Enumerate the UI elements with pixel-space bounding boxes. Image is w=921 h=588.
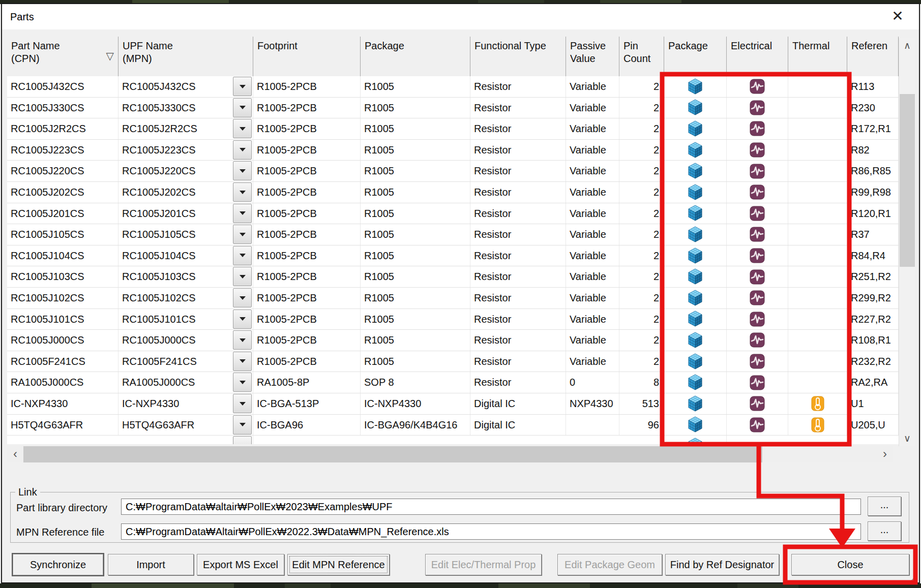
import-button[interactable]: Import bbox=[108, 554, 194, 575]
mpn-dropdown-button[interactable] bbox=[233, 394, 252, 413]
mpn-dropdown-button[interactable] bbox=[233, 77, 252, 96]
table-row[interactable]: RC1005J101CSRC1005J101CSR1005-2PCBR1005R… bbox=[7, 309, 899, 330]
vertical-scroll-thumb[interactable] bbox=[900, 94, 915, 267]
cell-passive_value: Variable bbox=[566, 182, 619, 203]
browse-part-library-button[interactable]: ... bbox=[868, 497, 901, 516]
table-row[interactable]: IC-NXP4330IC-NXP4330IC-BGA-513PIC-NXP433… bbox=[7, 393, 899, 415]
column-header-passive_value[interactable]: Passive Value bbox=[566, 37, 619, 76]
cell-thermal_icon bbox=[788, 98, 847, 118]
table-row[interactable]: H5TQ4G63AFRH5TQ4G63AFRIC-BGA96IC-BGA96/K… bbox=[7, 415, 899, 436]
cell-mpn: RC1005J201CS bbox=[118, 203, 253, 224]
column-header-package[interactable]: Package bbox=[361, 37, 470, 76]
column-header-functional_type[interactable]: Functional Type bbox=[470, 37, 566, 76]
cell-package: R1005 bbox=[361, 161, 470, 181]
table-row[interactable]: RC1005J104CSRC1005J104CSR1005-2PCBR1005R… bbox=[7, 245, 899, 267]
mpn-dropdown-button[interactable] bbox=[233, 182, 252, 202]
column-header-reference[interactable]: Referen bbox=[847, 37, 899, 76]
table-row-partial[interactable] bbox=[7, 436, 899, 444]
column-header-cpn[interactable]: Part Name (CPN)▽ bbox=[7, 37, 118, 76]
cell-functional_type: Resistor bbox=[470, 372, 566, 393]
cell-package: IC-BGA96/K4B4G16 bbox=[361, 415, 470, 436]
edit-mpn-reference-button[interactable]: Edit MPN Reference bbox=[287, 554, 390, 575]
electrical-icon bbox=[750, 142, 765, 158]
package-icon bbox=[688, 374, 703, 391]
cell-electrical_icon bbox=[727, 140, 788, 161]
scroll-right-icon[interactable]: › bbox=[877, 446, 893, 462]
mpn-dropdown-button[interactable] bbox=[233, 98, 252, 117]
title-bar: Parts ✕ bbox=[2, 4, 919, 29]
cell-electrical_icon bbox=[727, 309, 788, 330]
cell-package_icon bbox=[664, 436, 727, 444]
package-icon bbox=[688, 268, 703, 285]
mpn-dropdown-button[interactable] bbox=[233, 352, 252, 371]
part-library-directory-input[interactable] bbox=[121, 499, 861, 515]
filter-icon[interactable]: ▽ bbox=[106, 50, 114, 63]
table-row[interactable]: RC1005F241CSRC1005F241CSR1005-2PCBR1005R… bbox=[7, 351, 899, 373]
scroll-down-icon[interactable]: ∨ bbox=[899, 431, 915, 446]
chevron-down-icon bbox=[240, 338, 246, 342]
background-app-bottom bbox=[0, 583, 921, 588]
column-header-thermal_icon[interactable]: Thermal bbox=[788, 37, 847, 76]
cell-reference: RA2,RA bbox=[847, 372, 899, 393]
table-row[interactable]: RC1005J202CSRC1005J202CSR1005-2PCBR1005R… bbox=[7, 182, 899, 203]
table-row[interactable]: RA1005J000CSRA1005J000CSRA1005-8PSOP 8Re… bbox=[7, 372, 899, 393]
cell-footprint: R1005-2PCB bbox=[253, 182, 361, 203]
cell-passive_value: Variable bbox=[566, 161, 619, 181]
horizontal-scroll-thumb[interactable] bbox=[23, 446, 762, 462]
column-header-package_icon[interactable]: Package bbox=[664, 37, 727, 76]
cell-electrical_icon bbox=[727, 288, 788, 308]
table-row[interactable]: RC1005J432CSRC1005J432CSR1005-2PCBR1005R… bbox=[7, 76, 899, 98]
cell-pin_count: 2 bbox=[619, 76, 664, 97]
mpn-dropdown-button[interactable] bbox=[233, 225, 252, 244]
table-row[interactable]: RC1005J103CSRC1005J103CSR1005-2PCBR1005R… bbox=[7, 266, 899, 288]
column-header-footprint[interactable]: Footprint bbox=[253, 37, 361, 76]
chevron-down-icon bbox=[240, 359, 246, 363]
mpn-reference-file-input[interactable] bbox=[121, 523, 861, 540]
close-icon[interactable]: ✕ bbox=[886, 4, 909, 29]
mpn-dropdown-button[interactable] bbox=[233, 246, 252, 265]
cell-package_icon bbox=[664, 182, 727, 203]
close-button[interactable]: Close bbox=[791, 554, 909, 575]
column-header-pin_count[interactable]: Pin Count bbox=[619, 37, 664, 76]
table-row[interactable]: RC1005J2R2CSRC1005J2R2CSR1005-2PCBR1005R… bbox=[7, 118, 899, 140]
mpn-dropdown-button[interactable] bbox=[233, 330, 252, 350]
cell-package: R1005 bbox=[361, 98, 470, 118]
table-row[interactable]: RC1005J000CSRC1005J000CSR1005-2PCBR1005R… bbox=[7, 330, 899, 351]
vertical-scrollbar[interactable]: ∧ ∨ bbox=[899, 38, 915, 446]
browse-mpn-reference-button[interactable]: ... bbox=[868, 521, 901, 541]
table-row[interactable]: RC1005J102CSRC1005J102CSR1005-2PCBR1005R… bbox=[7, 288, 899, 309]
column-header-mpn[interactable]: UPF Name (MPN) bbox=[118, 37, 253, 76]
cell-electrical_icon bbox=[727, 98, 788, 118]
cell-thermal_icon bbox=[788, 266, 847, 287]
mpn-dropdown-button[interactable] bbox=[233, 119, 252, 138]
cell-cpn: RC1005J202CS bbox=[7, 182, 118, 203]
synchronize-button[interactable]: Synchronize bbox=[13, 554, 103, 575]
mpn-dropdown-button[interactable] bbox=[233, 288, 252, 307]
table-row[interactable]: RC1005J223CSRC1005J223CSR1005-2PCBR1005R… bbox=[7, 140, 899, 161]
cell-package_icon bbox=[664, 245, 727, 266]
find-by-ref-designator-button[interactable]: Find by Ref Designator bbox=[665, 554, 779, 575]
mpn-dropdown-button[interactable] bbox=[233, 373, 252, 392]
column-header-electrical_icon[interactable]: Electrical bbox=[727, 37, 788, 76]
mpn-dropdown-button[interactable] bbox=[233, 204, 252, 223]
cell-reference: R99,R98 bbox=[847, 182, 899, 203]
table-row[interactable]: RC1005J105CSRC1005J105CSR1005-2PCBR1005R… bbox=[7, 224, 899, 245]
cell-cpn: RC1005J223CS bbox=[7, 140, 118, 161]
scroll-up-icon[interactable]: ∧ bbox=[899, 38, 915, 53]
cell-footprint: R1005-2PCB bbox=[253, 351, 361, 372]
mpn-dropdown-button[interactable] bbox=[233, 310, 252, 329]
cell-functional_type: Resistor bbox=[470, 98, 566, 118]
table-row[interactable]: RC1005J220CSRC1005J220CSR1005-2PCBR1005R… bbox=[7, 161, 899, 182]
mpn-dropdown-button[interactable] bbox=[233, 267, 252, 286]
package-icon bbox=[688, 99, 703, 116]
export-ms-excel-button[interactable]: Export MS Excel bbox=[197, 554, 284, 575]
cell-pin_count: 2 bbox=[619, 330, 664, 351]
mpn-dropdown-button[interactable] bbox=[233, 161, 252, 180]
table-row[interactable]: RC1005J201CSRC1005J201CSR1005-2PCBR1005R… bbox=[7, 203, 899, 225]
table-row[interactable]: RC1005J330CSRC1005J330CSR1005-2PCBR1005R… bbox=[7, 98, 899, 119]
horizontal-scrollbar[interactable]: ‹ › bbox=[7, 446, 893, 462]
mpn-dropdown-button[interactable] bbox=[233, 140, 252, 160]
mpn-dropdown-button[interactable] bbox=[233, 436, 252, 444]
mpn-dropdown-button[interactable] bbox=[233, 415, 252, 435]
scroll-left-icon[interactable]: ‹ bbox=[7, 446, 23, 462]
